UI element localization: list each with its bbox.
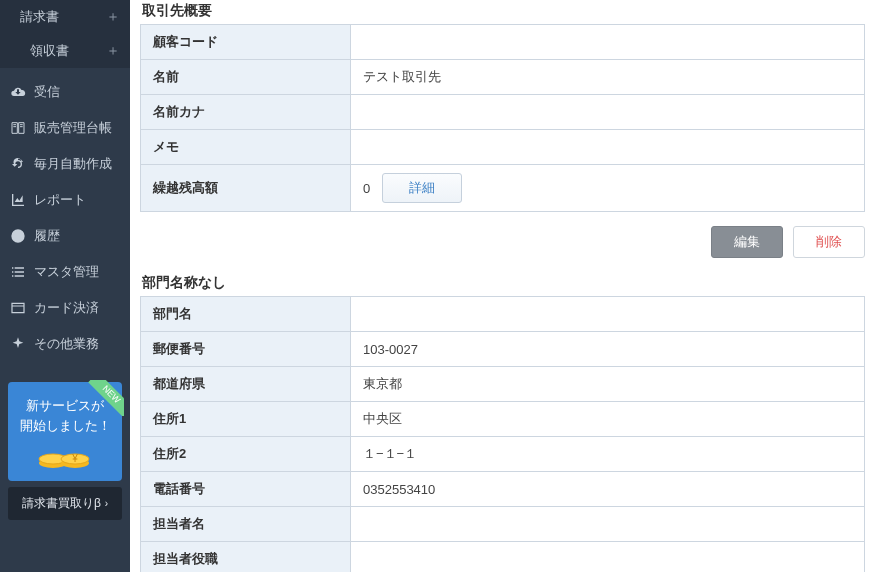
sidebar-item-master[interactable]: マスタ管理 [0, 254, 130, 290]
label: 住所1 [141, 402, 351, 437]
ribbon-new: NEW [88, 380, 124, 416]
book-icon [10, 120, 26, 136]
sidebar-item-receipt[interactable]: 領収書 ＋ [0, 34, 130, 68]
promo: NEW 新サービスが 開始しました！ ¥ 請求書買取りβ › [8, 382, 122, 520]
action-row: 編集 削除 [140, 226, 865, 258]
row-contact-title: 担当者役職 [141, 542, 865, 573]
row-addr1: 住所1中央区 [141, 402, 865, 437]
sidebar-item-label: 領収書 [30, 42, 69, 60]
sidebar-item-report[interactable]: レポート [0, 182, 130, 218]
label: 住所2 [141, 437, 351, 472]
promo-button-label: 請求書買取りβ [22, 495, 101, 512]
label: 担当者役職 [141, 542, 351, 573]
sidebar-item-label: レポート [34, 191, 86, 209]
sidebar-item-label: 請求書 [20, 8, 59, 26]
value: 0352553410 [351, 472, 865, 507]
svg-text:¥: ¥ [71, 453, 78, 464]
sidebar: 請求書 ＋ 領収書 ＋ 受信 販売管理台帳 毎月自動作成 [0, 0, 130, 572]
label: 顧客コード [141, 25, 351, 60]
value: テスト取引先 [351, 60, 865, 95]
clock-icon [10, 228, 26, 244]
row-contact-name: 担当者名 [141, 507, 865, 542]
sidebar-item-label: マスタ管理 [34, 263, 99, 281]
label: メモ [141, 130, 351, 165]
cloud-download-icon [10, 84, 26, 100]
sidebar-item-auto-create[interactable]: 毎月自動作成 [0, 146, 130, 182]
balance-value: 0 [363, 181, 370, 196]
row-postal: 郵便番号103-0027 [141, 332, 865, 367]
label: 名前 [141, 60, 351, 95]
sidebar-item-other[interactable]: その他業務 [0, 326, 130, 362]
balance-detail-button[interactable]: 詳細 [382, 173, 462, 203]
sidebar-top-group: 請求書 ＋ 領収書 ＋ [0, 0, 130, 68]
value: 103-0027 [351, 332, 865, 367]
sparkle-icon [10, 336, 26, 352]
credit-card-icon [10, 300, 26, 316]
promo-line2: 開始しました！ [14, 416, 116, 436]
row-pref: 都道府県東京都 [141, 367, 865, 402]
value [351, 542, 865, 573]
sidebar-item-label: その他業務 [34, 335, 99, 353]
label: 担当者名 [141, 507, 351, 542]
summary-table: 顧客コード 名前テスト取引先 名前カナ メモ 繰越残高額 0 詳細 [140, 24, 865, 212]
row-dept-name: 部門名 [141, 297, 865, 332]
plus-icon[interactable]: ＋ [106, 8, 120, 26]
label: 部門名 [141, 297, 351, 332]
row-name: 名前テスト取引先 [141, 60, 865, 95]
sidebar-item-sales-ledger[interactable]: 販売管理台帳 [0, 110, 130, 146]
row-tel: 電話番号0352553410 [141, 472, 865, 507]
row-balance: 繰越残高額 0 詳細 [141, 165, 865, 212]
sidebar-item-label: 受信 [34, 83, 60, 101]
row-name-kana: 名前カナ [141, 95, 865, 130]
value-cell: 0 詳細 [351, 165, 865, 212]
sidebar-nav: 受信 販売管理台帳 毎月自動作成 レポート 履歴 マスタ管理 [0, 68, 130, 362]
sidebar-item-card[interactable]: カード決済 [0, 290, 130, 326]
value: 中央区 [351, 402, 865, 437]
value: 東京都 [351, 367, 865, 402]
label: 郵便番号 [141, 332, 351, 367]
sidebar-item-label: カード決済 [34, 299, 99, 317]
label: 電話番号 [141, 472, 351, 507]
delete-button[interactable]: 削除 [793, 226, 865, 258]
row-customer-code: 顧客コード [141, 25, 865, 60]
list-icon [10, 264, 26, 280]
sidebar-item-invoice[interactable]: 請求書 ＋ [0, 0, 130, 34]
chevron-right-icon: › [105, 498, 108, 509]
sidebar-item-label: 履歴 [34, 227, 60, 245]
sidebar-item-history[interactable]: 履歴 [0, 218, 130, 254]
value: １−１−１ [351, 437, 865, 472]
sidebar-item-label: 販売管理台帳 [34, 119, 112, 137]
value [351, 507, 865, 542]
sidebar-item-label: 毎月自動作成 [34, 155, 112, 173]
label: 都道府県 [141, 367, 351, 402]
label: 繰越残高額 [141, 165, 351, 212]
main-content: 取引先概要 顧客コード 名前テスト取引先 名前カナ メモ 繰越残高額 0 詳細 … [130, 0, 885, 572]
coins-icon: ¥ [14, 441, 116, 471]
value [351, 95, 865, 130]
label: 名前カナ [141, 95, 351, 130]
dept-title: 部門名称なし [142, 274, 865, 292]
plus-icon[interactable]: ＋ [106, 42, 120, 60]
summary-title: 取引先概要 [142, 2, 865, 20]
row-memo: メモ [141, 130, 865, 165]
refresh-icon [10, 156, 26, 172]
dept-table: 部門名 郵便番号103-0027 都道府県東京都 住所1中央区 住所2１−１−１… [140, 296, 865, 572]
chart-line-icon [10, 192, 26, 208]
promo-card[interactable]: NEW 新サービスが 開始しました！ ¥ [8, 382, 122, 481]
value [351, 130, 865, 165]
value [351, 25, 865, 60]
edit-button[interactable]: 編集 [711, 226, 783, 258]
value [351, 297, 865, 332]
row-addr2: 住所2１−１−１ [141, 437, 865, 472]
sidebar-item-inbox[interactable]: 受信 [0, 74, 130, 110]
promo-button[interactable]: 請求書買取りβ › [8, 487, 122, 520]
